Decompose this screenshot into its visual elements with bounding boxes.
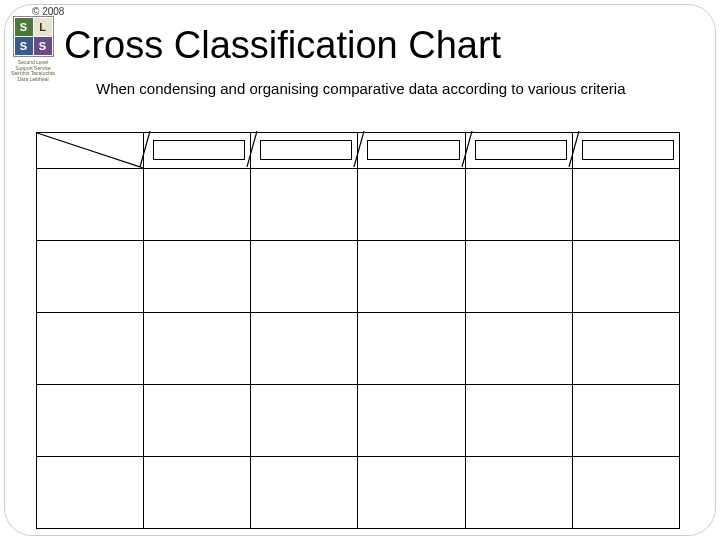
logo-letter: S <box>15 18 33 36</box>
chart-header-row <box>37 133 680 169</box>
chart-corner-cell <box>37 133 144 169</box>
page-subtitle: When condensing and organising comparati… <box>96 80 680 99</box>
chart-col-header <box>572 133 679 169</box>
col-header-box <box>367 140 459 160</box>
slss-logo: S L S S Second Level Support Service Sei… <box>10 16 56 100</box>
col-header-box <box>260 140 352 160</box>
chart-row <box>37 241 680 313</box>
logo-letter: S <box>34 37 52 55</box>
chart-row <box>37 385 680 457</box>
col-header-box <box>153 140 245 160</box>
chart-row <box>37 313 680 385</box>
chart-body <box>37 169 680 529</box>
svg-line-0 <box>37 133 143 168</box>
chart-col-header <box>465 133 572 169</box>
col-header-box <box>475 140 567 160</box>
logo-caption: Second Level Support Service Seirbhís Ta… <box>10 60 56 82</box>
chart-row <box>37 457 680 529</box>
classification-chart <box>36 132 680 520</box>
logo-letter: L <box>34 18 52 36</box>
diagonal-split-icon <box>37 133 143 168</box>
logo-letter: S <box>15 37 33 55</box>
col-header-box <box>582 140 674 160</box>
logo-grid: S L S S <box>13 16 54 57</box>
chart-row <box>37 169 680 241</box>
page-title: Cross Classification Chart <box>64 24 501 67</box>
chart-col-header <box>251 133 358 169</box>
chart-col-header <box>358 133 465 169</box>
chart-table <box>36 132 680 529</box>
chart-col-header <box>144 133 251 169</box>
